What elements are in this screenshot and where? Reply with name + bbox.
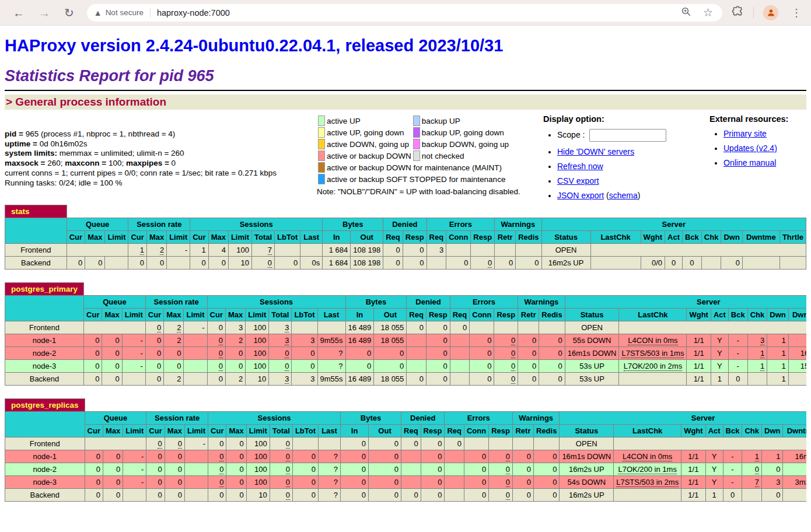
updates-link[interactable]: Updates (v2.4) [723, 144, 777, 153]
table-cell: 0 [67, 257, 85, 270]
column-header: Retr [495, 231, 516, 244]
schema-link[interactable]: schema [609, 191, 638, 200]
table-cell: 16m2s UP [560, 489, 614, 502]
online-manual-link[interactable]: Online manual [723, 158, 776, 167]
proxy-section-stats: statsQueueSession rateSessionsBytesDenie… [5, 205, 806, 270]
row-label: Frontend [5, 321, 84, 334]
table-cell: 0 [494, 334, 518, 347]
bookmark-star-icon[interactable]: ☆ [703, 6, 713, 19]
tooltip-value: 0 [268, 258, 272, 268]
table-cell: 0 [270, 450, 292, 463]
row-label: node-1 [5, 334, 84, 347]
table-cell: 0 [464, 463, 488, 476]
url-bar[interactable]: ▲ Not secure haproxy-node:7000 ☆ [87, 4, 722, 22]
table-cell [489, 438, 513, 450]
external-resource-item: Primary site [723, 129, 806, 138]
table-cell: 0 [146, 476, 165, 489]
group-header: Queue [84, 296, 146, 309]
table-cell: 100 [246, 321, 269, 334]
primary-site-link[interactable]: Primary site [723, 129, 767, 138]
zoom-icon[interactable] [681, 6, 691, 19]
table-cell: 1/1 [687, 373, 711, 386]
table-cell: OPEN [565, 321, 619, 334]
profile-avatar[interactable] [763, 5, 778, 20]
tooltip-value: 0 [511, 336, 515, 345]
tooltip-value: 0 [286, 491, 290, 500]
extensions-icon[interactable] [732, 5, 744, 20]
table-cell [401, 450, 421, 463]
column-header: Conn [446, 231, 471, 244]
table-cell [614, 489, 681, 502]
table-cell: 16 489 [345, 334, 374, 347]
table-cell: 1 [767, 334, 788, 347]
column-header: Max [208, 231, 228, 244]
csv-export-link[interactable]: CSV export [557, 176, 599, 186]
table-cell: L7OK/200 in 1ms [614, 463, 681, 476]
url-text[interactable]: haproxy-node:7000 [157, 8, 681, 18]
table-cell: 0 [84, 360, 102, 373]
tooltip-value: 0 [506, 452, 510, 461]
column-header: Req [407, 309, 427, 321]
hide-down-link[interactable]: Hide 'DOWN' servers [557, 147, 634, 156]
table-cell [401, 463, 421, 476]
table-cell: 1 [705, 489, 723, 502]
table-cell [185, 463, 208, 476]
proxy-name-stats[interactable]: stats [5, 205, 67, 218]
table-cell: 0 [207, 321, 225, 334]
swatch-active-going-up [318, 139, 325, 149]
refresh-link[interactable]: Refresh now [557, 162, 603, 171]
legend-label: backup UP, going down [421, 127, 509, 138]
info-row: pid = 965 (process #1, nbproc = 1, nbthr… [5, 114, 806, 200]
table-cell: 0 [103, 450, 123, 463]
proxy-title-spacer [85, 399, 806, 412]
not-secure-label[interactable]: Not secure [106, 8, 144, 17]
column-header: Total [251, 231, 274, 244]
tooltip-value: 0 [511, 349, 515, 358]
table-cell: L7STS/503 in 2ms [614, 476, 681, 489]
table-cell: 3 [269, 373, 292, 386]
scope-input[interactable] [589, 129, 666, 142]
table-cell: 55s DOWN [565, 334, 619, 347]
table-cell: 0 [207, 334, 225, 347]
column-header: Chk [742, 425, 762, 438]
column-header: Resp [494, 309, 518, 321]
table-cell: - [184, 321, 207, 334]
swatch-backup-going-down [413, 127, 420, 138]
table-row-frontend: Frontend00-00100000000OPEN [5, 438, 807, 450]
swatch-down [318, 150, 325, 161]
table-cell: 0 [539, 360, 565, 373]
group-header: Session rate [146, 412, 208, 425]
table-cell: 0 [270, 463, 292, 476]
forward-icon[interactable]: → [39, 7, 50, 19]
proxy-name-postgres_replicas[interactable]: postgres_replicas [5, 399, 85, 412]
report-subtitle: Statistics Report for pid 965 [5, 67, 806, 85]
table-cell: 0 [369, 489, 401, 502]
group-header: Session rate [145, 296, 207, 309]
table-cell: 15m8s [788, 360, 806, 373]
table-cell: 0 [401, 438, 421, 450]
table-cell: 0 [762, 463, 783, 476]
reload-icon[interactable]: ↻ [64, 7, 74, 19]
row-label: Backend [5, 373, 84, 386]
table-cell: 0 [512, 450, 533, 463]
table-cell: 0 [207, 347, 225, 360]
page-title[interactable]: HAProxy version 2.4.24-0ubuntu0.22.04.1,… [5, 36, 806, 55]
table-cell: 3 [269, 334, 292, 347]
table-cell: 16m1s DOWN [560, 450, 614, 463]
table-cell: 0 [512, 476, 533, 489]
table-cell: 1/1 [681, 489, 705, 502]
warning-icon: ▲ [94, 8, 102, 18]
display-option-item: Refresh now [557, 162, 709, 171]
legend-label: not checked [421, 150, 509, 161]
table-cell: 1 [767, 360, 788, 373]
table-cell [407, 347, 427, 360]
back-icon[interactable]: ← [13, 7, 25, 19]
json-export-link[interactable]: JSON export [557, 191, 604, 200]
table-cell: L7OK/200 in 2ms [619, 360, 687, 373]
table-cell: 100 [228, 244, 251, 257]
proxy-name-postgres_primary[interactable]: postgres_primary [5, 283, 84, 296]
browser-menu-icon[interactable]: ⋮ [788, 6, 805, 19]
row-label: Frontend [5, 438, 85, 450]
table-cell [590, 244, 806, 257]
column-header: Dwntme [783, 425, 806, 438]
